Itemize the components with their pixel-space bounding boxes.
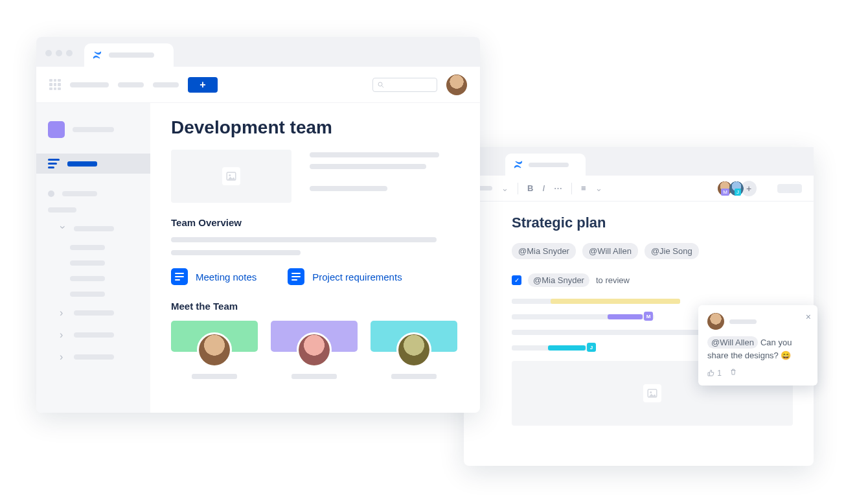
nav-item[interactable] [118,82,144,87]
user-avatar[interactable] [446,75,467,95]
bullet-icon [48,190,54,197]
section-heading-team: Meet the Team [171,301,459,312]
sidebar-item-active[interactable] [36,154,150,174]
page-title[interactable]: Strategic plan [512,214,793,231]
sidebar-subitem[interactable] [36,271,150,286]
page-content: Development team Team Overview [150,103,480,413]
team-card[interactable] [171,321,258,379]
chevron-right-icon [60,307,66,319]
section-heading-overview: Team Overview [171,217,459,228]
mention-chip[interactable]: @Mia Snyder [528,273,589,287]
editor-toolbar: ⌄ B I ⋯ ≡ ⌄ + M J [464,176,814,201]
nav-item[interactable] [153,82,179,87]
sidebar-subitem[interactable] [36,240,150,255]
browser-chrome [464,147,814,176]
browser-chrome [36,37,480,67]
doc-link-meeting-notes[interactable]: Meeting notes [171,268,257,285]
space-icon [48,121,65,138]
chevron-down-icon [60,223,66,235]
tab-title-placeholder [109,52,154,58]
svg-line-1 [382,86,384,87]
chevron-right-icon [60,351,66,363]
team-card[interactable] [271,321,358,379]
avatar-badge-m: M [721,189,729,196]
editor-window: ⌄ B I ⋯ ≡ ⌄ + M J Strategic plan @Mia Sn… [464,147,814,466]
sidebar-item[interactable] [36,346,150,368]
team-avatar [297,332,332,367]
svg-point-0 [378,82,382,86]
browser-tab[interactable] [505,154,586,176]
mention-chips-row: @Mia Snyder @Will Allen @Jie Song [512,243,793,259]
sidebar-space-header[interactable] [36,116,150,143]
header-image-placeholder [171,150,291,203]
comment-author-avatar[interactable] [707,313,724,330]
highlight-yellow [551,299,680,304]
page-title: Development team [171,117,459,138]
sidebar-item[interactable] [36,185,150,202]
nav-item[interactable] [70,82,109,87]
chevron-right-icon [60,329,66,341]
image-icon [222,167,240,185]
chevron-down-icon: ⌄ [595,183,602,193]
toolbar-button[interactable] [777,184,802,193]
browser-tab[interactable] [84,43,174,67]
avatar-badge-j: J [735,189,741,196]
confluence-icon [92,50,102,60]
sidebar-item[interactable] [36,302,150,324]
create-button[interactable]: + [188,77,218,93]
document-icon [171,268,188,285]
team-avatar [197,332,232,367]
bold-icon[interactable]: B [527,183,533,193]
mention-chip[interactable]: @Mia Snyder [512,243,576,259]
sidebar-subitem[interactable] [36,255,150,271]
workspace-window: + [36,37,480,413]
header-text-placeholder [310,150,459,203]
team-card[interactable] [371,321,457,379]
search-icon [377,81,385,89]
cursor-badge-j: J [587,343,596,352]
sidebar [36,103,150,413]
app-topbar: + [36,67,480,103]
mention-chip[interactable]: @Will Allen [582,243,638,259]
confluence-icon [513,159,523,170]
page-tree-icon [48,159,60,168]
task-text: to review [596,275,630,285]
svg-point-3 [229,174,231,176]
sidebar-item[interactable] [36,324,150,346]
close-icon[interactable]: × [806,312,811,322]
sidebar-item[interactable] [36,202,150,218]
window-controls [43,50,73,67]
align-icon[interactable]: ≡ [581,183,586,193]
checkbox-checked-icon[interactable]: ✓ [512,275,521,285]
cursor-badge-m: M [644,312,653,321]
app-switcher-icon[interactable] [49,79,61,91]
delete-button[interactable] [729,368,737,378]
thumbs-up-icon [707,369,715,377]
task-item[interactable]: ✓ @Mia Snyder to review [512,273,793,287]
doc-link-label: Meeting notes [196,271,257,282]
sidebar-item[interactable] [36,218,150,240]
sidebar-subitem[interactable] [36,286,150,302]
italic-icon[interactable]: I [542,183,545,193]
inline-comment-popup: × @Will AllenCan you share the designs? … [698,305,817,386]
highlight-purple [608,314,643,319]
doc-link-label: Project requirements [312,271,402,282]
team-avatar [396,332,431,367]
comment-author-name [729,319,757,324]
mention-chip[interactable]: @Will Allen [707,336,758,349]
doc-link-project-requirements[interactable]: Project requirements [288,268,402,285]
team-cards-row [171,321,459,379]
image-icon [643,384,661,402]
search-input[interactable] [372,78,437,92]
chevron-down-icon: ⌄ [501,183,508,193]
svg-point-5 [650,391,652,393]
mention-chip[interactable]: @Jie Song [645,243,699,259]
trash-icon [729,368,737,376]
like-button[interactable]: 1 [707,369,722,378]
overview-body-placeholder [171,237,459,255]
comment-body: @Will AllenCan you share the designs? 😄 [707,336,808,362]
highlight-cyan [548,345,586,351]
like-count: 1 [717,369,722,378]
more-format-icon[interactable]: ⋯ [554,183,562,193]
document-icon [288,268,304,285]
